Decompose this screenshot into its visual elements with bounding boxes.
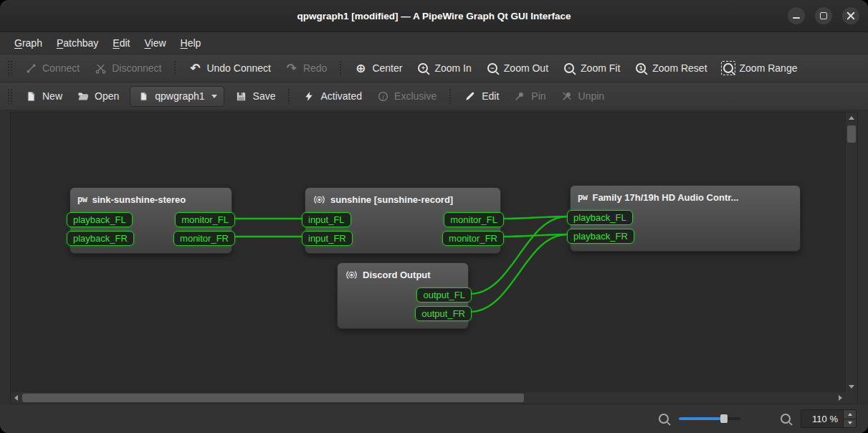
lightning-icon [302,90,315,103]
horizontal-scrollbar-thumb[interactable] [22,394,524,402]
zoom-increase-button[interactable] [844,410,856,419]
vertical-scrollbar-thumb[interactable] [847,125,856,143]
pin-button[interactable]: Pin [506,85,553,107]
port-output[interactable]: monitor_FR [173,231,235,246]
port-output[interactable]: monitor_FR [442,231,504,246]
connect-button[interactable]: Connect [17,57,87,79]
pencil-icon [464,90,477,103]
zoom-slider[interactable] [679,413,740,424]
node-header: Discord Output [338,263,468,286]
center-button[interactable]: ⊕ Center [347,57,409,79]
edit-button[interactable]: Edit [457,85,506,107]
exclusive-button[interactable]: f Exclusive [369,85,444,107]
node-ports: playback_FL playback_FR [571,209,800,251]
port-row: output_FL [338,287,468,303]
port-output[interactable]: monitor_FL [444,212,504,227]
zoom-value[interactable]: 110 % [801,410,843,427]
zoom-fit-button[interactable]: ▫ Zoom Fit [555,57,627,79]
disconnect-button[interactable]: Disconnect [87,57,168,79]
port-row: input_FL monitor_FL [305,212,500,227]
scrollbar-corner [846,392,857,404]
node-sink-sunshine-stereo[interactable]: pw sink-sunshine-stereo playback_FL moni… [70,187,232,254]
port-row: playback_FL monitor_FL [70,212,232,227]
spin-buttons [843,410,856,427]
zoom-in-icon: + [416,62,429,75]
menu-edit[interactable]: Edit [105,32,137,54]
save-icon [235,90,248,103]
scroll-right-button[interactable] [835,392,846,403]
port-input[interactable]: input_FL [302,212,351,227]
redo-button[interactable]: ↷ Redo [278,57,334,79]
close-button[interactable] [842,7,859,24]
node-header: sunshine [sunshine-record] [305,188,500,211]
open-folder-icon [77,90,90,103]
open-button[interactable]: Open [70,85,126,107]
zoom-decrease-button[interactable] [844,419,856,428]
arrow-up-icon [848,413,852,416]
toolbar-separator [287,88,290,104]
menu-view[interactable]: View [137,32,173,54]
titlebar[interactable]: qpwgraph1 [modified] — A PipeWire Graph … [0,0,868,32]
zoom-level-icon [779,412,792,425]
record-icon [345,268,358,281]
zoom-reset-button[interactable]: 1 Zoom Reset [627,57,714,79]
window-controls [788,7,859,24]
menu-help[interactable]: Help [173,32,209,54]
port-row: playback_FR [571,229,800,244]
patchbay-file-icon [137,90,150,103]
activated-button[interactable]: Activated [295,85,369,107]
zoom-reset-icon: 1 [634,62,647,75]
port-output[interactable]: output_FR [415,306,472,321]
undo-connect-button[interactable]: ↶ Undo Connect [181,57,278,79]
patchbay-selector-value: qpwgraph1 [155,90,204,102]
port-input[interactable]: playback_FR [67,231,134,246]
scroll-down-button[interactable] [846,381,857,392]
new-button[interactable]: New [17,85,70,107]
chevron-down-icon [211,95,217,98]
port-output[interactable]: output_FL [416,287,472,303]
toolbar-handle[interactable] [7,88,13,104]
zoom-indicator-icon [657,412,670,425]
disconnect-icon [94,62,107,75]
scroll-up-button[interactable] [846,113,857,123]
toolbar-separator [339,60,342,76]
graph-canvas[interactable]: pw sink-sunshine-stereo playback_FL moni… [11,113,846,392]
node-family-hd-audio[interactable]: pw Family 17h/19h HD Audio Contr... play… [570,185,801,252]
arrow-right-icon [839,395,842,401]
zoom-fit-icon: ▫ [563,62,576,75]
port-input[interactable]: playback_FL [67,212,133,227]
close-icon [846,11,855,20]
toolbar-handle[interactable] [7,60,13,76]
menu-patchbay[interactable]: Patchbay [49,32,105,54]
maximize-button[interactable] [815,7,832,24]
port-row: playback_FL [571,210,800,225]
window-title: qpwgraph1 [modified] — A PipeWire Graph … [297,11,571,22]
node-sunshine[interactable]: sunshine [sunshine-record] input_FL moni… [305,187,501,254]
port-input[interactable]: playback_FR [567,229,634,244]
patchbay-selector[interactable]: qpwgraph1 [130,86,224,107]
node-title: sink-sunshine-stereo [92,194,186,205]
port-row: playback_FR monitor_FR [70,231,232,246]
unpin-button[interactable]: Unpin [553,85,612,107]
port-input[interactable]: input_FR [302,231,353,246]
menu-graph[interactable]: Graph [7,32,49,54]
node-header: pw sink-sunshine-stereo [70,188,232,211]
save-button[interactable]: Save [228,85,283,107]
zoom-out-button[interactable]: − Zoom Out [479,57,555,79]
zoom-range-button[interactable]: Zoom Range [715,57,805,79]
minimize-button[interactable] [788,7,805,24]
zoom-slider-handle[interactable] [720,414,728,423]
port-input[interactable]: playback_FL [567,210,633,225]
scroll-left-button[interactable] [11,392,22,403]
port-output[interactable]: monitor_FL [175,212,235,227]
vertical-scrollbar[interactable] [845,113,857,392]
minimize-icon [793,17,800,19]
zoom-slider-fill [679,417,723,420]
app-window: qpwgraph1 [modified] — A PipeWire Graph … [0,0,868,433]
horizontal-scrollbar[interactable] [11,391,846,404]
zoom-spinbox[interactable]: 110 % [801,409,857,428]
toolbar-separator [449,88,452,104]
zoom-in-button[interactable]: + Zoom In [409,57,478,79]
arrow-down-icon [849,385,854,389]
node-discord-output[interactable]: Discord Output output_FL output_FR [337,262,469,329]
